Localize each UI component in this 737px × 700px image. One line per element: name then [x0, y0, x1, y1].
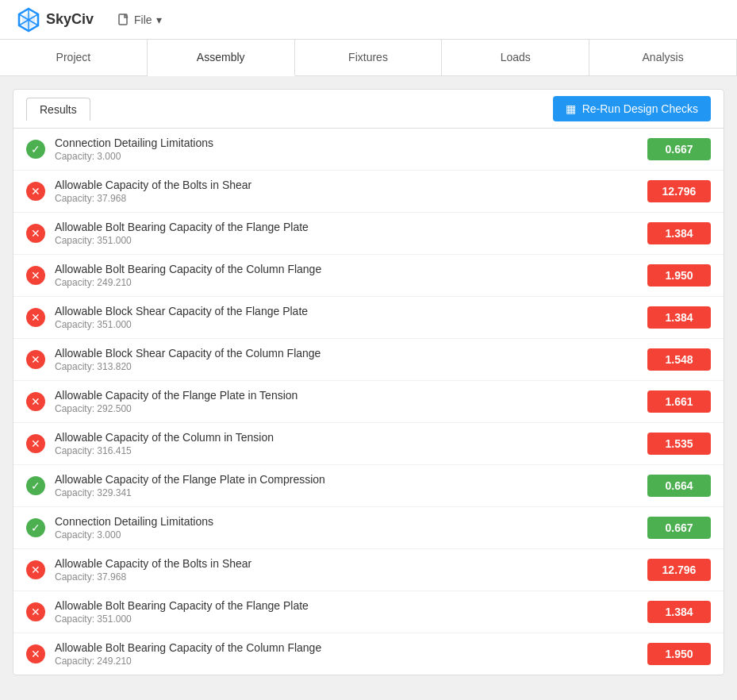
results-header: Results ▦ Re-Run Design Checks: [13, 90, 724, 129]
result-capacity: Capacity: 351.000: [55, 235, 647, 246]
status-icon: ✕: [26, 308, 45, 327]
result-value: 12.796: [647, 559, 711, 581]
result-text: Allowable Capacity of the Bolts in Shear…: [55, 179, 647, 204]
result-capacity: Capacity: 351.000: [55, 319, 647, 330]
results-scroll-area[interactable]: ✓ Connection Detailing Limitations Capac…: [13, 129, 724, 675]
result-text: Allowable Bolt Bearing Capacity of the F…: [55, 221, 647, 246]
result-value: 1.950: [647, 264, 711, 287]
result-text: Allowable Bolt Bearing Capacity of the F…: [55, 599, 647, 625]
result-title: Allowable Capacity of the Column in Tens…: [55, 431, 647, 444]
result-value: 1.548: [647, 348, 711, 371]
result-text: Allowable Bolt Bearing Capacity of the C…: [55, 263, 647, 288]
tab-fixtures[interactable]: Fixtures: [295, 40, 443, 75]
result-value: 12.796: [647, 180, 711, 202]
header: SkyCiv File ▾: [0, 0, 737, 40]
file-icon: [117, 13, 130, 26]
status-icon: ✕: [26, 644, 45, 663]
result-text: Allowable Block Shear Capacity of the Fl…: [55, 305, 647, 330]
results-tab[interactable]: Results: [26, 98, 90, 121]
result-text: Allowable Capacity of the Bolts in Shear…: [55, 557, 647, 583]
tab-assembly[interactable]: Assembly: [148, 40, 295, 76]
result-value: 0.664: [647, 475, 711, 497]
result-capacity: Capacity: 292.500: [55, 403, 647, 414]
result-item: ✕ Allowable Capacity of the Bolts in She…: [13, 171, 724, 213]
main-content: Results ▦ Re-Run Design Checks ✓ Connect…: [0, 76, 737, 688]
result-capacity: Capacity: 3.000: [55, 151, 647, 162]
result-text: Allowable Capacity of the Flange Plate i…: [55, 389, 647, 414]
result-value: 1.384: [647, 222, 711, 244]
result-capacity: Capacity: 3.000: [55, 529, 647, 540]
result-value: 1.950: [647, 643, 711, 665]
result-text: Allowable Capacity of the Flange Plate i…: [55, 473, 647, 498]
result-capacity: Capacity: 329.341: [55, 487, 647, 498]
tabs-bar: Project Assembly Fixtures Loads Analysis: [0, 40, 737, 76]
logo: SkyCiv: [16, 7, 94, 33]
status-icon: ✓: [26, 518, 45, 537]
result-capacity: Capacity: 316.415: [55, 445, 647, 456]
result-title: Allowable Capacity of the Flange Plate i…: [55, 473, 647, 486]
logo-text: SkyCiv: [46, 11, 94, 28]
result-item: ✕ Allowable Capacity of the Flange Plate…: [13, 381, 724, 423]
result-title: Connection Detailing Limitations: [55, 137, 647, 149]
status-icon: ✓: [26, 140, 45, 159]
result-item: ✓ Connection Detailing Limitations Capac…: [13, 129, 724, 171]
result-title: Allowable Bolt Bearing Capacity of the F…: [55, 599, 647, 612]
rerun-icon: ▦: [566, 102, 576, 115]
tab-project[interactable]: Project: [0, 40, 148, 75]
result-text: Allowable Bolt Bearing Capacity of the C…: [55, 641, 647, 667]
result-capacity: Capacity: 37.968: [55, 193, 647, 204]
status-icon: ✕: [26, 266, 45, 285]
status-icon: ✕: [26, 602, 45, 621]
status-icon: ✕: [26, 392, 45, 411]
file-menu[interactable]: File ▾: [117, 13, 162, 26]
result-title: Allowable Bolt Bearing Capacity of the C…: [55, 263, 647, 275]
status-icon: ✕: [26, 560, 45, 579]
result-item: ✕ Allowable Capacity of the Bolts in She…: [13, 549, 724, 591]
result-value: 1.384: [647, 601, 711, 623]
result-item: ✓ Allowable Capacity of the Flange Plate…: [13, 465, 724, 507]
tab-analysis[interactable]: Analysis: [589, 40, 737, 75]
result-value: 1.384: [647, 306, 711, 329]
result-value: 0.667: [647, 517, 711, 539]
result-item: ✕ Allowable Block Shear Capacity of the …: [13, 297, 724, 339]
tab-loads[interactable]: Loads: [442, 40, 589, 75]
result-item: ✕ Allowable Bolt Bearing Capacity of the…: [13, 255, 724, 297]
result-text: Allowable Block Shear Capacity of the Co…: [55, 347, 647, 372]
result-value: 0.667: [647, 138, 711, 160]
result-title: Allowable Block Shear Capacity of the Fl…: [55, 305, 647, 317]
result-title: Allowable Capacity of the Bolts in Shear: [55, 557, 647, 570]
result-value: 1.535: [647, 433, 711, 455]
result-capacity: Capacity: 313.820: [55, 361, 647, 372]
result-title: Connection Detailing Limitations: [55, 515, 647, 528]
result-capacity: Capacity: 37.968: [55, 571, 647, 583]
result-title: Allowable Block Shear Capacity of the Co…: [55, 347, 647, 360]
result-text: Connection Detailing Limitations Capacit…: [55, 137, 647, 162]
result-item: ✕ Allowable Bolt Bearing Capacity of the…: [13, 591, 724, 633]
result-item: ✕ Allowable Capacity of the Column in Te…: [13, 423, 724, 465]
result-item: ✓ Connection Detailing Limitations Capac…: [13, 507, 724, 549]
results-panel: Results ▦ Re-Run Design Checks ✓ Connect…: [13, 89, 724, 675]
result-item: ✕ Allowable Bolt Bearing Capacity of the…: [13, 213, 724, 255]
status-icon: ✕: [26, 434, 45, 453]
result-value: 1.661: [647, 390, 711, 413]
skyciv-logo-icon: [16, 7, 41, 33]
results-list: ✓ Connection Detailing Limitations Capac…: [13, 129, 724, 675]
result-capacity: Capacity: 249.210: [55, 277, 647, 288]
status-icon: ✕: [26, 182, 45, 201]
file-menu-arrow: ▾: [156, 13, 162, 26]
result-text: Allowable Capacity of the Column in Tens…: [55, 431, 647, 456]
rerun-design-checks-button[interactable]: ▦ Re-Run Design Checks: [553, 96, 711, 121]
file-menu-label[interactable]: File: [134, 13, 152, 26]
result-title: Allowable Bolt Bearing Capacity of the F…: [55, 221, 647, 233]
result-item: ✕ Allowable Block Shear Capacity of the …: [13, 339, 724, 381]
result-capacity: Capacity: 351.000: [55, 613, 647, 625]
result-title: Allowable Bolt Bearing Capacity of the C…: [55, 641, 647, 654]
status-icon: ✕: [26, 224, 45, 243]
result-item: ✕ Allowable Bolt Bearing Capacity of the…: [13, 633, 724, 675]
status-icon: ✓: [26, 476, 45, 495]
result-title: Allowable Capacity of the Bolts in Shear: [55, 179, 647, 191]
result-capacity: Capacity: 249.210: [55, 656, 647, 667]
result-title: Allowable Capacity of the Flange Plate i…: [55, 389, 647, 402]
result-text: Connection Detailing Limitations Capacit…: [55, 515, 647, 540]
status-icon: ✕: [26, 350, 45, 369]
